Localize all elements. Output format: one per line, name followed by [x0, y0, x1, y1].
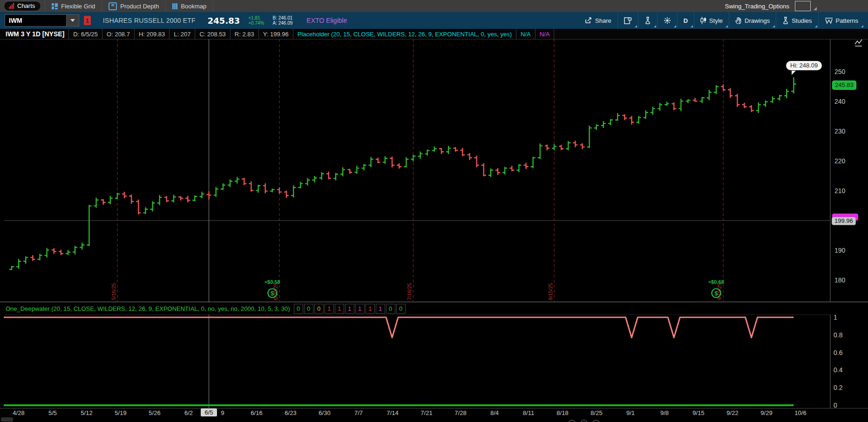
ohlc-bar [129, 194, 134, 204]
ohlc-bar [143, 207, 148, 214]
ohlc-bar [756, 102, 761, 113]
ohlc-bar [559, 145, 563, 150]
time-tick-label: 6/23 [285, 409, 296, 416]
time-axis[interactable]: 4/285/55/125/195/266/296/166/236/307/77/… [0, 408, 868, 418]
price-tick-label: 220 [834, 157, 845, 165]
ohlc-bar [721, 84, 726, 91]
price-tick-label: 230 [834, 127, 845, 135]
ohlc-bar [742, 103, 747, 108]
ohlc-bar [270, 189, 275, 193]
ohlc-bar [263, 183, 268, 193]
time-tick-label: 7/21 [420, 409, 432, 416]
ohlc-bar [30, 255, 35, 261]
ohlc-bar [87, 205, 91, 246]
ohlc-bar [305, 178, 310, 186]
ohlc-bar [298, 182, 303, 188]
lower-study-label[interactable]: One_Deepwater (20, 15, CLOSE, WILDERS, 1… [6, 305, 290, 312]
ohlc-bar [644, 110, 648, 119]
ohlc-bar [249, 181, 253, 192]
ohlc-bar [622, 114, 627, 121]
ohlc-bar [495, 168, 500, 175]
lower-tick-label: 0.6 [834, 349, 842, 356]
high-tooltip: Hi: 248.09 [786, 61, 822, 70]
ohlc-bar [594, 124, 599, 130]
ohlc-bar [347, 169, 352, 174]
ohlc-bar [502, 167, 507, 175]
ohlc-bar [678, 99, 683, 111]
time-tick-label: 8/25 [590, 409, 602, 416]
ohlc-bar [637, 116, 641, 124]
ohlc-bar [291, 185, 296, 197]
price-chart-canvas[interactable]: 5/16/256/20/257/18/258/15/259/19/25≈$0.5… [0, 0, 868, 422]
ohlc-bar [446, 146, 451, 154]
ohlc-bar [629, 116, 634, 125]
time-tick-label: 9/15 [692, 409, 704, 416]
ohlc-bar [770, 96, 775, 103]
ohlc-bar [481, 163, 486, 176]
prev-close-badge: 199.96 [832, 217, 856, 225]
price-tick-label: 250 [834, 68, 845, 75]
price-tick-label: 210 [834, 187, 845, 194]
ohlc-bar [319, 172, 324, 180]
ohlc-bar [192, 195, 197, 201]
event-vline-label: 5/16/25 [111, 283, 116, 300]
signal-value-box: 1 [376, 304, 385, 314]
signal-value-box: 0 [396, 304, 406, 314]
signal-value-box: 1 [355, 304, 365, 314]
time-tick-label: 5/5 [48, 409, 57, 416]
ohlc-bar [566, 141, 570, 150]
ohlc-bar [432, 147, 437, 152]
time-tick-label: 9/8 [660, 409, 669, 416]
signal-value-box: 1 [345, 304, 354, 314]
ohlc-bar [150, 201, 155, 212]
ohlc-bar [376, 158, 380, 163]
ohlc-bar [164, 196, 169, 202]
ohlc-bar [362, 164, 366, 171]
ohlc-bar [573, 141, 577, 147]
hi-badge-tail [792, 71, 796, 75]
ohlc-bar [615, 113, 620, 121]
lower-tick-label: 0.4 [834, 366, 842, 374]
ohlc-bar [608, 119, 613, 125]
ohlc-bar [693, 98, 698, 102]
event-vline-label: 7/18/25 [407, 283, 412, 300]
time-tick-label: 6/16 [251, 409, 262, 416]
ohlc-bar [52, 248, 56, 254]
signal-value-box: 1 [325, 304, 334, 314]
chart-mode-icon [855, 40, 862, 46]
signal-value-box: 0 [294, 304, 303, 314]
ohlc-bar [488, 168, 493, 177]
signal-value-boxes: 00011111100 [293, 304, 406, 314]
resize-grip[interactable] [1, 417, 13, 422]
ohlc-bar [256, 185, 261, 193]
time-tick-label: 7/14 [387, 409, 398, 416]
signal-value-box: 0 [386, 304, 395, 314]
clipped-bottom-icons [0, 419, 868, 422]
ohlc-bar [38, 254, 42, 261]
ohlc-bar [671, 102, 676, 110]
ohlc-bar [439, 148, 444, 154]
price-tick-label: 180 [834, 276, 845, 284]
price-tick-label: 240 [834, 98, 845, 105]
time-tick-label: 8/18 [556, 409, 568, 416]
time-tick-label: 9/22 [726, 409, 738, 416]
ohlc-bar [122, 192, 127, 198]
time-tick-label: 10/6 [794, 409, 806, 416]
ohlc-bar [221, 183, 225, 190]
ohlc-bar [601, 121, 606, 128]
ohlc-bar [531, 157, 536, 168]
ohlc-bar [312, 176, 317, 182]
ohlc-bar [354, 166, 359, 174]
ohlc-bar [538, 143, 542, 159]
ohlc-bar [523, 163, 528, 169]
dividend-icon: $ [714, 290, 718, 297]
ohlc-bar [425, 149, 430, 155]
last-price-badge: 245.83 [832, 80, 856, 90]
ohlc-bar [214, 187, 218, 197]
ohlc-bar [108, 196, 113, 204]
dividend-amount-label: ≈$0.68 [708, 279, 724, 285]
ohlc-bar [460, 148, 465, 156]
ohlc-bar [516, 164, 521, 172]
time-tick-label: 5/26 [149, 409, 160, 416]
time-tick-label: 9/1 [626, 409, 635, 416]
